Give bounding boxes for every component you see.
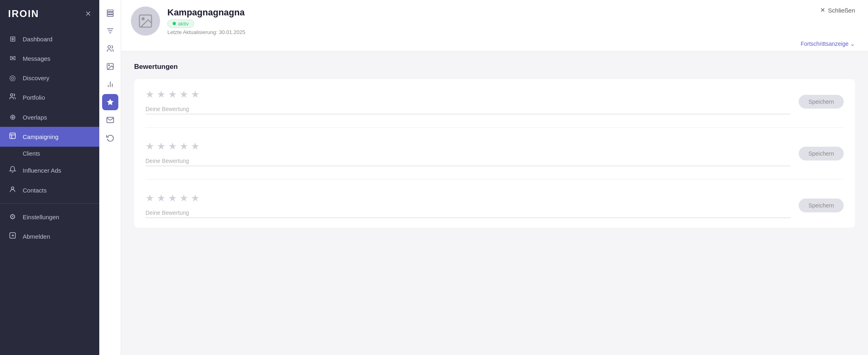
sidebar-item-campaigning[interactable]: Campaigning — [0, 127, 99, 147]
sidebar-item-label: Einstellungen — [23, 214, 59, 220]
star-1-2[interactable]: ★ — [157, 89, 166, 100]
stars-1: ★ ★ ★ ★ ★ — [145, 89, 791, 100]
portfolio-icon — [8, 93, 17, 102]
sidebar-item-contacts[interactable]: Contacts — [0, 180, 99, 200]
rating-left-1: ★ ★ ★ ★ ★ — [145, 89, 791, 114]
ratings-view-button[interactable] — [102, 94, 118, 110]
star-2-4[interactable]: ★ — [180, 141, 188, 152]
star-3-4[interactable]: ★ — [180, 192, 188, 204]
campaign-status: aktiv — [167, 19, 245, 28]
star-1-1[interactable]: ★ — [145, 89, 154, 100]
rating-left-3: ★ ★ ★ ★ ★ — [145, 192, 791, 218]
divider-1 — [145, 127, 844, 128]
panel-header-top: Kampagnagnagna aktiv Letzte Aktualisieru… — [131, 6, 855, 41]
list-view-button[interactable] — [102, 5, 118, 21]
people-view-button[interactable] — [102, 41, 118, 57]
sidebar-item-label: Portfolio — [23, 94, 45, 101]
filter-view-button[interactable] — [102, 23, 118, 39]
campaign-avatar — [131, 6, 160, 36]
svg-rect-4 — [107, 10, 113, 12]
close-sidebar-button[interactable]: ✕ — [85, 9, 91, 18]
svg-rect-1 — [10, 133, 15, 139]
campaign-details: Kampagnagnagna aktiv Letzte Aktualisieru… — [167, 7, 245, 35]
save-button-3[interactable]: Speichern — [799, 199, 844, 212]
star-1-3[interactable]: ★ — [168, 89, 177, 100]
progress-link[interactable]: Fortschrittsanzeige ⌄ — [801, 41, 855, 47]
panel-body: Bewertungen ★ ★ ★ ★ ★ Speichern — [121, 51, 868, 355]
mail-view-button[interactable] — [102, 112, 118, 128]
sidebar-item-dashboard[interactable]: ⊞ Dashboard — [0, 29, 99, 49]
star-2-3[interactable]: ★ — [168, 141, 177, 152]
image-view-button[interactable] — [102, 58, 118, 75]
overlaps-icon: ⊕ — [8, 113, 17, 122]
status-badge: aktiv — [167, 19, 194, 28]
history-view-button[interactable] — [102, 130, 118, 146]
sidebar-item-label: Messages — [23, 55, 50, 62]
sidebar-item-einstellungen[interactable]: ⚙ Einstellungen — [0, 207, 99, 227]
chart-view-button[interactable] — [102, 76, 118, 92]
sidebar-item-portfolio[interactable]: Portfolio — [0, 88, 99, 107]
sidebar-item-messages[interactable]: ✉ Messages — [0, 49, 99, 68]
stars-3: ★ ★ ★ ★ ★ — [145, 192, 791, 204]
rating-left-2: ★ ★ ★ ★ ★ — [145, 141, 791, 166]
star-3-3[interactable]: ★ — [168, 192, 177, 204]
status-label: aktiv — [178, 21, 189, 27]
star-3-2[interactable]: ★ — [157, 192, 166, 204]
star-3-1[interactable]: ★ — [145, 192, 154, 204]
chevron-down-icon: ⌄ — [850, 41, 855, 47]
discovery-icon: ◎ — [8, 73, 17, 82]
logout-icon — [8, 232, 17, 241]
star-1-4[interactable]: ★ — [180, 89, 188, 100]
header-actions: ✕ Schließen — [820, 6, 855, 14]
sidebar-item-label: Abmelden — [23, 233, 50, 240]
dashboard-icon: ⊞ — [8, 34, 17, 43]
svg-rect-6 — [107, 15, 113, 16]
sidebar-item-overlaps[interactable]: ⊕ Overlaps — [0, 107, 99, 127]
status-dot — [173, 22, 176, 25]
rating-row: ★ ★ ★ ★ ★ Speichern — [145, 141, 844, 166]
rating-input-2[interactable] — [145, 156, 791, 166]
sidebar-item-clients[interactable]: Clients — [0, 147, 99, 160]
influencer-ads-icon — [8, 166, 17, 175]
close-x-icon: ✕ — [820, 6, 825, 14]
save-button-2[interactable]: Speichern — [799, 147, 844, 160]
sidebar-item-influencer-ads[interactable]: Influencer Ads — [0, 160, 99, 180]
rating-input-1[interactable] — [145, 104, 791, 114]
save-button-1[interactable]: Speichern — [799, 95, 844, 109]
star-2-2[interactable]: ★ — [157, 141, 166, 152]
star-1-5[interactable]: ★ — [191, 89, 200, 100]
sidebar-logo-area: IROIN ✕ — [0, 8, 99, 29]
section-title: Bewertungen — [134, 63, 855, 71]
messages-icon: ✉ — [8, 54, 17, 63]
contacts-icon — [8, 186, 17, 195]
sidebar-item-label: Dashboard — [23, 36, 52, 43]
sidebar-item-abmelden[interactable]: Abmelden — [0, 227, 99, 246]
svg-point-12 — [108, 65, 109, 66]
ratings-container: ★ ★ ★ ★ ★ Speichern ★ ★ ★ — [134, 79, 855, 228]
sidebar-item-label: Campaigning — [23, 133, 58, 140]
stars-2: ★ ★ ★ ★ ★ — [145, 141, 791, 152]
star-2-5[interactable]: ★ — [191, 141, 200, 152]
svg-point-2 — [11, 187, 14, 189]
main-content: Kampagnagnagna aktiv Letzte Aktualisieru… — [121, 0, 868, 355]
sidebar-navigation: ⊞ Dashboard ✉ Messages ◎ Discovery Portf… — [0, 29, 99, 347]
svg-rect-5 — [107, 12, 113, 14]
sidebar-item-label: Clients — [23, 150, 40, 157]
sidebar-item-label: Influencer Ads — [23, 167, 61, 174]
svg-point-18 — [142, 18, 144, 20]
sidebar-item-discovery[interactable]: ◎ Discovery — [0, 68, 99, 88]
star-2-1[interactable]: ★ — [145, 141, 154, 152]
rating-row: ★ ★ ★ ★ ★ Speichern — [145, 192, 844, 218]
settings-icon: ⚙ — [8, 212, 17, 221]
sidebar-item-label: Overlaps — [23, 114, 47, 121]
sidebar-item-label: Contacts — [23, 187, 47, 194]
close-panel-button[interactable]: ✕ Schließen — [820, 6, 855, 14]
panel-header: Kampagnagnagna aktiv Letzte Aktualisieru… — [121, 0, 868, 51]
star-3-5[interactable]: ★ — [191, 192, 200, 204]
sidebar-item-label: Discovery — [23, 75, 49, 81]
svg-point-0 — [11, 94, 13, 96]
campaign-name: Kampagnagnagna — [167, 7, 245, 18]
sidebar: IROIN ✕ ⊞ Dashboard ✉ Messages ◎ Discove… — [0, 0, 99, 355]
campaign-info: Kampagnagnagna aktiv Letzte Aktualisieru… — [131, 6, 245, 36]
rating-input-3[interactable] — [145, 208, 791, 218]
